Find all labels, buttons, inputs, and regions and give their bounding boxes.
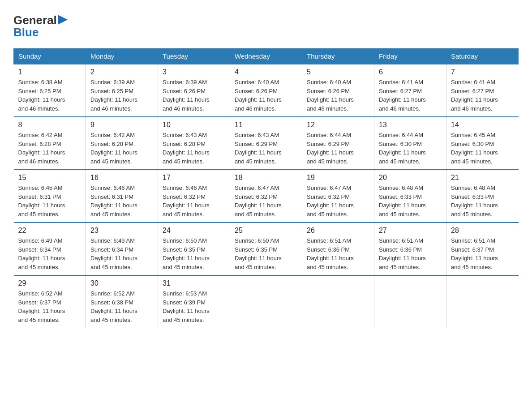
calendar-day-cell: 18 Sunrise: 6:47 AM Sunset: 6:32 PM Dayl…: [230, 170, 302, 223]
calendar-day-cell: 23 Sunrise: 6:49 AM Sunset: 6:34 PM Dayl…: [86, 223, 158, 275]
calendar-day-cell: 12 Sunrise: 6:44 AM Sunset: 6:29 PM Dayl…: [302, 117, 374, 170]
day-number: 12: [307, 121, 369, 129]
day-number: 19: [307, 174, 369, 182]
calendar-day-cell: 13 Sunrise: 6:44 AM Sunset: 6:30 PM Dayl…: [374, 117, 446, 170]
day-number: 27: [379, 227, 442, 235]
calendar-day-cell: 9 Sunrise: 6:42 AM Sunset: 6:28 PM Dayli…: [86, 117, 158, 170]
day-info: Sunrise: 6:48 AM Sunset: 6:33 PM Dayligh…: [379, 184, 442, 218]
calendar-day-cell: [446, 275, 519, 328]
calendar-day-cell: 2 Sunrise: 6:39 AM Sunset: 6:25 PM Dayli…: [86, 64, 158, 117]
calendar-day-cell: 28 Sunrise: 6:51 AM Sunset: 6:37 PM Dayl…: [446, 223, 519, 275]
day-number: 28: [451, 227, 514, 235]
day-info: Sunrise: 6:45 AM Sunset: 6:30 PM Dayligh…: [451, 131, 514, 166]
day-info: Sunrise: 6:45 AM Sunset: 6:31 PM Dayligh…: [18, 184, 82, 218]
day-number: 17: [163, 174, 225, 182]
calendar-week-row: 8 Sunrise: 6:42 AM Sunset: 6:28 PM Dayli…: [14, 117, 519, 170]
day-info: Sunrise: 6:40 AM Sunset: 6:26 PM Dayligh…: [307, 78, 369, 113]
day-info: Sunrise: 6:38 AM Sunset: 6:25 PM Dayligh…: [18, 78, 82, 113]
day-number: 15: [18, 174, 82, 182]
day-info: Sunrise: 6:51 AM Sunset: 6:36 PM Dayligh…: [307, 236, 369, 271]
calendar-day-cell: [302, 275, 374, 328]
day-number: 16: [90, 174, 153, 182]
calendar-day-header: Monday: [86, 49, 158, 64]
calendar-day-cell: 14 Sunrise: 6:45 AM Sunset: 6:30 PM Dayl…: [446, 117, 519, 170]
day-info: Sunrise: 6:53 AM Sunset: 6:39 PM Dayligh…: [163, 289, 225, 324]
calendar-day-cell: 6 Sunrise: 6:41 AM Sunset: 6:27 PM Dayli…: [374, 64, 446, 117]
calendar-day-cell: 30 Sunrise: 6:52 AM Sunset: 6:38 PM Dayl…: [86, 275, 158, 328]
day-number: 3: [163, 68, 225, 76]
day-info: Sunrise: 6:44 AM Sunset: 6:30 PM Dayligh…: [379, 131, 442, 166]
calendar-header: SundayMondayTuesdayWednesdayThursdayFrid…: [14, 49, 519, 64]
calendar-day-cell: 31 Sunrise: 6:53 AM Sunset: 6:39 PM Dayl…: [158, 275, 230, 328]
day-number: 6: [379, 68, 442, 76]
day-number: 20: [379, 174, 442, 182]
day-number: 31: [163, 279, 225, 287]
day-info: Sunrise: 6:47 AM Sunset: 6:32 PM Dayligh…: [235, 184, 297, 218]
day-info: Sunrise: 6:46 AM Sunset: 6:31 PM Dayligh…: [90, 184, 153, 218]
calendar-day-cell: 4 Sunrise: 6:40 AM Sunset: 6:26 PM Dayli…: [230, 64, 302, 117]
day-number: 18: [235, 174, 297, 182]
calendar-day-header: Wednesday: [230, 49, 302, 64]
day-number: 29: [18, 279, 82, 287]
calendar-day-cell: 5 Sunrise: 6:40 AM Sunset: 6:26 PM Dayli…: [302, 64, 374, 117]
day-info: Sunrise: 6:41 AM Sunset: 6:27 PM Dayligh…: [379, 78, 442, 113]
page-header: General Blue: [13, 13, 519, 39]
day-number: 10: [163, 121, 225, 129]
calendar-header-row: SundayMondayTuesdayWednesdayThursdayFrid…: [14, 49, 519, 64]
day-number: 13: [379, 121, 442, 129]
day-info: Sunrise: 6:48 AM Sunset: 6:33 PM Dayligh…: [451, 184, 514, 218]
day-number: 21: [451, 174, 514, 182]
calendar-day-cell: 21 Sunrise: 6:48 AM Sunset: 6:33 PM Dayl…: [446, 170, 519, 223]
calendar-week-row: 1 Sunrise: 6:38 AM Sunset: 6:25 PM Dayli…: [14, 64, 519, 117]
calendar-week-row: 15 Sunrise: 6:45 AM Sunset: 6:31 PM Dayl…: [14, 170, 519, 223]
day-info: Sunrise: 6:50 AM Sunset: 6:35 PM Dayligh…: [235, 236, 297, 271]
calendar-week-row: 29 Sunrise: 6:52 AM Sunset: 6:37 PM Dayl…: [14, 275, 519, 328]
calendar-week-row: 22 Sunrise: 6:49 AM Sunset: 6:34 PM Dayl…: [14, 223, 519, 275]
day-number: 24: [163, 227, 225, 235]
day-info: Sunrise: 6:47 AM Sunset: 6:32 PM Dayligh…: [307, 184, 369, 218]
calendar-day-cell: 19 Sunrise: 6:47 AM Sunset: 6:32 PM Dayl…: [302, 170, 374, 223]
calendar-day-cell: 27 Sunrise: 6:51 AM Sunset: 6:36 PM Dayl…: [374, 223, 446, 275]
calendar-day-cell: 7 Sunrise: 6:41 AM Sunset: 6:27 PM Dayli…: [446, 64, 519, 117]
day-number: 4: [235, 68, 297, 76]
logo-arrow-icon: [58, 15, 68, 26]
day-info: Sunrise: 6:44 AM Sunset: 6:29 PM Dayligh…: [307, 131, 369, 166]
day-info: Sunrise: 6:43 AM Sunset: 6:28 PM Dayligh…: [163, 131, 225, 166]
logo: General Blue: [13, 13, 68, 39]
calendar-day-cell: 26 Sunrise: 6:51 AM Sunset: 6:36 PM Dayl…: [302, 223, 374, 275]
day-info: Sunrise: 6:50 AM Sunset: 6:35 PM Dayligh…: [163, 236, 225, 271]
day-info: Sunrise: 6:42 AM Sunset: 6:28 PM Dayligh…: [90, 131, 153, 166]
calendar-day-cell: 1 Sunrise: 6:38 AM Sunset: 6:25 PM Dayli…: [14, 64, 86, 117]
calendar-day-header: Sunday: [14, 49, 86, 64]
calendar-day-cell: 25 Sunrise: 6:50 AM Sunset: 6:35 PM Dayl…: [230, 223, 302, 275]
day-info: Sunrise: 6:39 AM Sunset: 6:25 PM Dayligh…: [90, 78, 153, 113]
calendar-day-cell: 29 Sunrise: 6:52 AM Sunset: 6:37 PM Dayl…: [14, 275, 86, 328]
day-number: 8: [18, 121, 82, 129]
calendar-day-cell: 16 Sunrise: 6:46 AM Sunset: 6:31 PM Dayl…: [86, 170, 158, 223]
calendar-day-cell: 20 Sunrise: 6:48 AM Sunset: 6:33 PM Dayl…: [374, 170, 446, 223]
calendar-day-cell: 24 Sunrise: 6:50 AM Sunset: 6:35 PM Dayl…: [158, 223, 230, 275]
day-info: Sunrise: 6:51 AM Sunset: 6:37 PM Dayligh…: [451, 236, 514, 271]
day-number: 2: [90, 68, 153, 76]
day-info: Sunrise: 6:52 AM Sunset: 6:38 PM Dayligh…: [90, 289, 153, 324]
calendar-day-header: Friday: [374, 49, 446, 64]
day-info: Sunrise: 6:52 AM Sunset: 6:37 PM Dayligh…: [18, 289, 82, 324]
day-info: Sunrise: 6:51 AM Sunset: 6:36 PM Dayligh…: [379, 236, 442, 271]
day-info: Sunrise: 6:40 AM Sunset: 6:26 PM Dayligh…: [235, 78, 297, 113]
day-number: 11: [235, 121, 297, 129]
day-number: 1: [18, 68, 82, 76]
day-info: Sunrise: 6:42 AM Sunset: 6:28 PM Dayligh…: [18, 131, 82, 166]
day-number: 5: [307, 68, 369, 76]
calendar-day-cell: 17 Sunrise: 6:46 AM Sunset: 6:32 PM Dayl…: [158, 170, 230, 223]
calendar-table: SundayMondayTuesdayWednesdayThursdayFrid…: [13, 48, 519, 328]
calendar-day-cell: [230, 275, 302, 328]
day-info: Sunrise: 6:46 AM Sunset: 6:32 PM Dayligh…: [163, 184, 225, 218]
calendar-day-cell: 10 Sunrise: 6:43 AM Sunset: 6:28 PM Dayl…: [158, 117, 230, 170]
day-info: Sunrise: 6:49 AM Sunset: 6:34 PM Dayligh…: [90, 236, 153, 271]
calendar-day-cell: 22 Sunrise: 6:49 AM Sunset: 6:34 PM Dayl…: [14, 223, 86, 275]
day-number: 7: [451, 68, 514, 76]
calendar-day-cell: 11 Sunrise: 6:43 AM Sunset: 6:29 PM Dayl…: [230, 117, 302, 170]
day-number: 30: [90, 279, 153, 287]
day-number: 26: [307, 227, 369, 235]
svg-marker-0: [58, 15, 68, 25]
